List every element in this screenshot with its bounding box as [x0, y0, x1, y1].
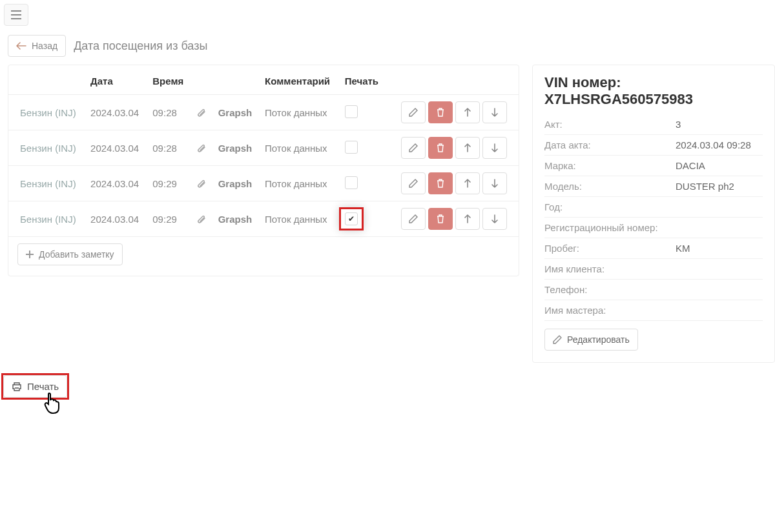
paperclip-icon[interactable] [196, 214, 207, 224]
print-checkbox[interactable] [345, 141, 358, 154]
arrow-up-icon [464, 143, 471, 152]
table-row: Бензин (INJ)2024.03.0409:28GrapshПоток д… [8, 130, 519, 166]
edit-row-button[interactable] [401, 137, 426, 159]
page-title: Дата посещения из базы [74, 39, 207, 53]
arrow-up-icon [464, 179, 471, 188]
paperclip-icon[interactable] [196, 143, 207, 153]
col-date: Дата [85, 65, 147, 95]
move-up-button[interactable] [455, 101, 480, 123]
move-down-button[interactable] [482, 208, 507, 230]
fuel-link[interactable]: Бензин (INJ) [20, 107, 76, 118]
back-button[interactable]: Назад [8, 35, 66, 57]
date-cell: 2024.03.04 [85, 201, 147, 237]
arrow-down-icon [491, 179, 498, 188]
table-row: Бензин (INJ)2024.03.0409:29GrapshПоток д… [8, 201, 519, 237]
time-cell: 09:29 [147, 166, 191, 201]
mileage-label: Пробег: [544, 238, 676, 259]
paperclip-icon[interactable] [196, 107, 207, 118]
act-label: Акт: [544, 114, 676, 135]
master-val [676, 300, 763, 321]
pencil-icon [553, 335, 562, 344]
time-cell: 09:29 [147, 201, 191, 237]
print-checkbox[interactable] [345, 176, 358, 189]
col-print: Печать [340, 65, 386, 95]
date-cell: 2024.03.04 [85, 130, 147, 166]
model-val: DUSTER ph2 [676, 176, 763, 197]
arrow-down-icon [491, 108, 498, 117]
edit-row-button[interactable] [401, 172, 426, 194]
arrow-up-icon [464, 108, 471, 117]
master-label: Имя мастера: [544, 300, 676, 321]
delete-row-button[interactable] [428, 137, 453, 159]
move-down-button[interactable] [482, 101, 507, 123]
vin-info-table: Акт:3 Дата акта:2024.03.04 09:28 Марка:D… [544, 114, 763, 321]
year-val [676, 197, 763, 218]
arrow-up-icon [464, 214, 471, 223]
pencil-icon [409, 108, 418, 117]
reg-label: Регистрационный номер: [544, 218, 676, 238]
date-cell: 2024.03.04 [85, 166, 147, 201]
arrow-down-icon [491, 214, 498, 223]
table-row: Бензин (INJ)2024.03.0409:29GrapshПоток д… [8, 166, 519, 201]
fuel-link[interactable]: Бензин (INJ) [20, 214, 76, 225]
year-label: Год: [544, 197, 676, 218]
make-label: Марка: [544, 156, 676, 176]
print-checkbox[interactable] [345, 212, 358, 225]
trash-icon [436, 179, 445, 188]
delete-row-button[interactable] [428, 172, 453, 194]
hamburger-button[interactable] [4, 4, 28, 26]
time-cell: 09:28 [147, 130, 191, 166]
pencil-icon [409, 214, 418, 223]
col-comment: Комментарий [260, 65, 340, 95]
visits-table: Дата Время Комментарий Печать Бензин (IN… [8, 65, 519, 237]
user-cell: Grapsh [213, 95, 260, 130]
date-cell: 2024.03.04 [85, 95, 147, 130]
model-label: Модель: [544, 176, 676, 197]
print-checkbox[interactable] [345, 105, 358, 118]
vin-panel: VIN номер: X7LHSRGA560575983 Акт:3 Дата … [532, 65, 775, 363]
pencil-icon [409, 179, 418, 188]
move-down-button[interactable] [482, 172, 507, 194]
add-note-label: Добавить заметку [39, 249, 114, 260]
trash-icon [436, 143, 445, 152]
move-up-button[interactable] [455, 172, 480, 194]
paperclip-icon[interactable] [196, 178, 207, 189]
mileage-val: KM [676, 238, 763, 259]
client-val [676, 259, 763, 280]
trash-icon [436, 108, 445, 117]
comment-cell: Поток данных [260, 166, 340, 201]
time-cell: 09:28 [147, 95, 191, 130]
arrow-left-icon [16, 42, 26, 50]
move-up-button[interactable] [455, 137, 480, 159]
phone-val [676, 280, 763, 300]
vin-title: VIN номер: X7LHSRGA560575983 [544, 74, 763, 108]
pencil-icon [409, 143, 418, 152]
add-note-button[interactable]: Добавить заметку [17, 243, 123, 265]
fuel-link[interactable]: Бензин (INJ) [20, 178, 76, 189]
make-val: DACIA [676, 156, 763, 176]
visits-panel: Дата Время Комментарий Печать Бензин (IN… [8, 65, 519, 276]
col-time: Время [147, 65, 191, 95]
print-label: Печать [27, 381, 59, 392]
comment-cell: Поток данных [260, 130, 340, 166]
fuel-link[interactable]: Бензин (INJ) [20, 143, 76, 154]
move-up-button[interactable] [455, 208, 480, 230]
hamburger-icon [11, 10, 21, 19]
print-icon [12, 382, 22, 391]
edit-row-button[interactable] [401, 208, 426, 230]
edit-button[interactable]: Редактировать [544, 329, 638, 351]
table-row: Бензин (INJ)2024.03.0409:28GrapshПоток д… [8, 95, 519, 130]
delete-row-button[interactable] [428, 101, 453, 123]
actdate-val: 2024.03.04 09:28 [676, 135, 763, 156]
edit-label: Редактировать [567, 334, 630, 345]
user-cell: Grapsh [213, 130, 260, 166]
edit-row-button[interactable] [401, 101, 426, 123]
actdate-label: Дата акта: [544, 135, 676, 156]
phone-label: Телефон: [544, 280, 676, 300]
print-button[interactable]: Печать [3, 375, 67, 398]
trash-icon [436, 214, 445, 223]
plus-icon [26, 251, 34, 258]
delete-row-button[interactable] [428, 208, 453, 230]
comment-cell: Поток данных [260, 201, 340, 237]
move-down-button[interactable] [482, 137, 507, 159]
